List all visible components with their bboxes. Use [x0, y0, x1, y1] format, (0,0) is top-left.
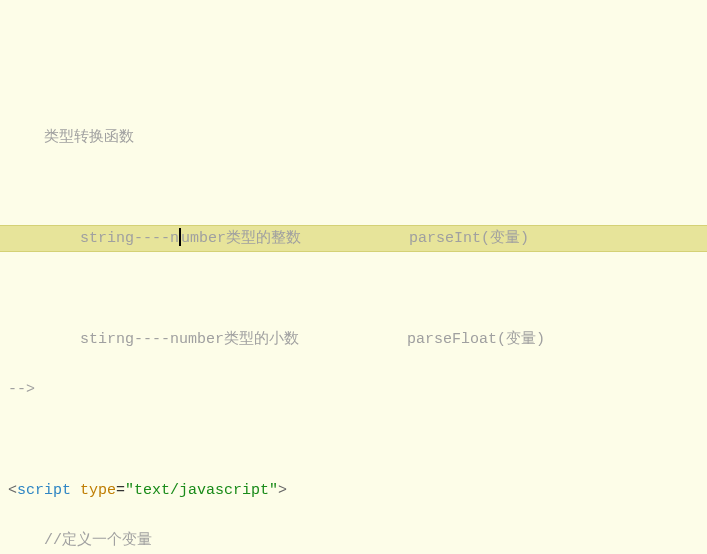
code-editor[interactable]: 类型转换函数 string----number类型的整数 parseInt(变量…: [0, 100, 707, 554]
code-line: 类型转换函数: [0, 125, 707, 150]
comment-end: -->: [8, 381, 35, 398]
comment-text: umber类型的整数 parseInt(变量): [181, 230, 529, 247]
code-line: [0, 175, 707, 200]
comment: //定义一个变量: [44, 532, 152, 549]
tag-bracket: >: [278, 482, 287, 499]
code-line: stirng----number类型的小数 parseFloat(变量): [0, 327, 707, 352]
current-line[interactable]: string----number类型的整数 parseInt(变量): [0, 225, 707, 252]
code-line: -->: [0, 377, 707, 402]
tag-bracket: <: [8, 482, 17, 499]
comment-text: 类型转换函数: [44, 129, 134, 146]
comment-text: stirng----number类型的小数 parseFloat(变量): [80, 331, 545, 348]
equals: =: [116, 482, 125, 499]
string: "text/javascript": [125, 482, 278, 499]
code-line: [0, 277, 707, 302]
tag-name: script: [17, 482, 71, 499]
code-line: <script type="text/javascript">: [0, 478, 707, 503]
code-line: [0, 428, 707, 453]
comment-text: string----n: [80, 230, 179, 247]
code-line: //定义一个变量: [0, 528, 707, 553]
text-cursor: [179, 228, 181, 246]
attr-name: type: [80, 482, 116, 499]
